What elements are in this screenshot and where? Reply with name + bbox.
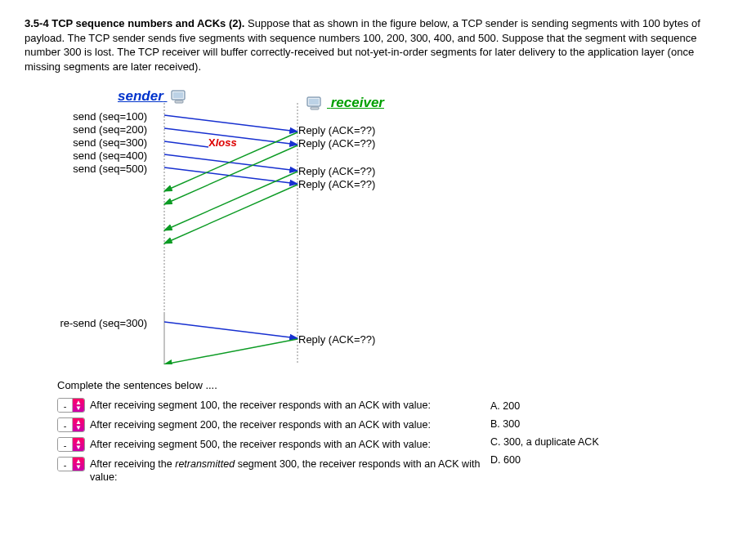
svg-rect-4	[309, 99, 319, 105]
stepper-value: -	[58, 438, 73, 451]
computer-icon	[306, 95, 324, 111]
send-event: send (seq=400)	[33, 150, 147, 162]
svg-rect-1	[173, 92, 183, 98]
svg-line-18	[164, 185, 297, 243]
question-row: - ▲▼ After receiving segment 100, the re…	[57, 398, 482, 413]
question-text: After receiving segment 100, the receive…	[90, 398, 431, 412]
svg-line-13	[164, 167, 297, 184]
svg-line-14	[164, 322, 297, 338]
computer-icon	[170, 88, 188, 105]
svg-line-9	[164, 115, 297, 132]
reply-event: Reply (ACK=??)	[298, 178, 462, 190]
reply-event: Reply (ACK=??)	[298, 165, 462, 177]
questions-intro: Complete the sentences below ....	[57, 379, 731, 391]
receiver-label: receiver	[302, 95, 384, 111]
answer-options: A. 200 B. 300 C. 300, a duplicate ACK D.…	[490, 398, 599, 470]
stepper-value: -	[58, 399, 73, 412]
stepper-arrows-icon[interactable]: ▲▼	[73, 418, 84, 431]
stepper-arrows-icon[interactable]: ▲▼	[73, 438, 84, 451]
option-c: C. 300, a duplicate ACK	[490, 434, 599, 450]
question-row: - ▲▼ After receiving the retransmitted s…	[57, 457, 482, 484]
answer-stepper[interactable]: - ▲▼	[57, 437, 85, 452]
option-b: B. 300	[490, 416, 599, 432]
send-event: send (seq=200)	[33, 123, 147, 136]
tcp-timeline-diagram: sender receiver Xloss send (seq=100) sen…	[57, 88, 731, 374]
svg-line-11	[164, 141, 208, 147]
reply-event: Reply (ACK=??)	[298, 333, 462, 346]
answer-stepper[interactable]: - ▲▼	[57, 457, 85, 471]
svg-line-17	[164, 172, 297, 230]
option-a: A. 200	[490, 398, 599, 414]
send-event: send (seq=100)	[33, 110, 147, 123]
loss-annotation: Xloss	[208, 136, 237, 149]
problem-header: 3.5-4 TCP sequence numbers and ACKs (2).…	[25, 16, 731, 74]
questions-section: Complete the sentences below .... - ▲▼ A…	[57, 379, 731, 484]
question-text: After receiving segment 200, the receive…	[90, 417, 431, 431]
sender-label: sender	[118, 88, 191, 105]
question-text: After receiving the retransmitted segmen…	[90, 457, 482, 484]
option-d: D. 600	[490, 452, 599, 468]
svg-line-16	[164, 145, 297, 204]
question-row: - ▲▼ After receiving segment 500, the re…	[57, 437, 482, 452]
resend-event: re-send (seq=300)	[33, 317, 147, 329]
stepper-arrows-icon[interactable]: ▲▼	[73, 399, 84, 412]
svg-rect-5	[311, 107, 319, 109]
stepper-arrows-icon[interactable]: ▲▼	[73, 458, 84, 471]
send-event: send (seq=300)	[33, 136, 147, 149]
question-row: - ▲▼ After receiving segment 200, the re…	[57, 417, 482, 432]
answer-stepper[interactable]: - ▲▼	[57, 398, 85, 413]
stepper-value: -	[58, 418, 73, 431]
question-list: - ▲▼ After receiving segment 100, the re…	[57, 398, 482, 484]
question-text: After receiving segment 500, the receive…	[90, 437, 431, 451]
send-event: send (seq=500)	[33, 163, 147, 175]
reply-event: Reply (ACK=??)	[298, 137, 462, 150]
svg-line-19	[164, 339, 297, 364]
answer-stepper[interactable]: - ▲▼	[57, 417, 85, 432]
reply-event: Reply (ACK=??)	[298, 124, 462, 136]
problem-title: 3.5-4 TCP sequence numbers and ACKs (2).	[25, 17, 244, 29]
stepper-value: -	[58, 458, 73, 471]
svg-line-12	[164, 154, 297, 171]
